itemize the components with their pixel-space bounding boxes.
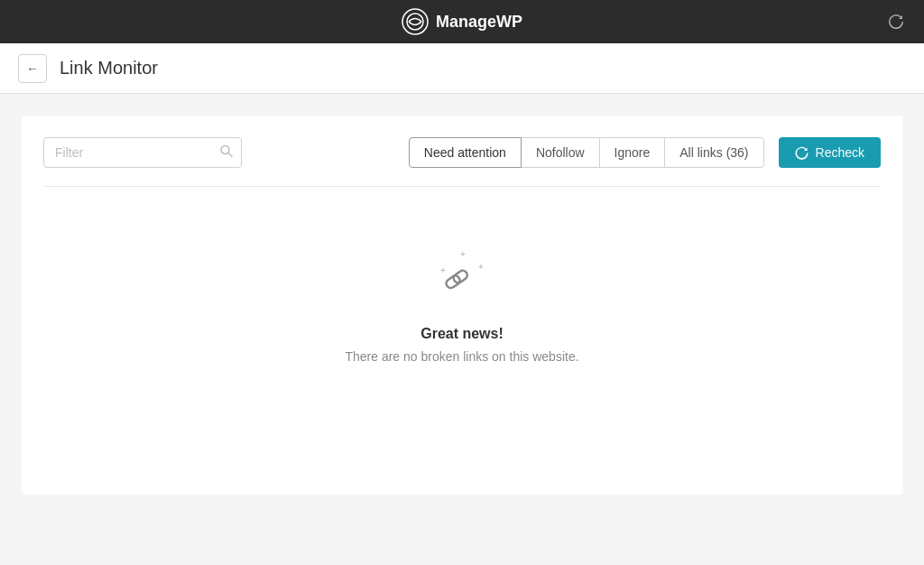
empty-state-title: Great news!	[420, 326, 504, 342]
svg-point-0	[402, 9, 428, 34]
header-bar: ← Link Monitor	[0, 43, 924, 94]
back-button[interactable]: ←	[18, 54, 47, 83]
filter-input[interactable]	[43, 137, 242, 168]
tab-nofollow[interactable]: Nofollow	[521, 137, 600, 168]
page-title: Link Monitor	[60, 58, 158, 79]
tab-ignore[interactable]: Ignore	[599, 137, 666, 168]
recheck-icon	[795, 146, 808, 160]
filter-wrapper	[43, 137, 242, 168]
logo-text: ManageWP	[436, 13, 522, 32]
recheck-label: Recheck	[816, 145, 864, 160]
svg-text:+: +	[440, 265, 446, 275]
right-toolbar: Need attention Nofollow Ignore All links…	[409, 137, 881, 168]
tab-need-attention[interactable]: Need attention	[409, 137, 522, 168]
toolbar: Need attention Nofollow Ignore All links…	[43, 137, 881, 168]
back-icon: ←	[26, 61, 39, 76]
svg-text:+: +	[460, 249, 466, 259]
logo: ManageWP	[402, 8, 522, 35]
refresh-button[interactable]	[882, 8, 910, 35]
recheck-button[interactable]: Recheck	[779, 137, 881, 168]
empty-state-message: There are no broken links on this websit…	[345, 349, 578, 364]
card: Need attention Nofollow Ignore All links…	[22, 116, 902, 495]
empty-state: + + + Great news! There are no broken li…	[43, 187, 881, 400]
logo-icon	[402, 8, 429, 35]
top-nav: ManageWP	[0, 0, 924, 43]
tab-all-links[interactable]: All links (36)	[664, 137, 763, 168]
svg-text:+: +	[478, 262, 484, 272]
tab-group: Need attention Nofollow Ignore All links…	[409, 137, 764, 168]
empty-state-icon: + + +	[430, 241, 494, 308]
refresh-icon	[888, 14, 904, 30]
main-content: Need attention Nofollow Ignore All links…	[0, 94, 924, 565]
svg-rect-8	[452, 269, 469, 284]
